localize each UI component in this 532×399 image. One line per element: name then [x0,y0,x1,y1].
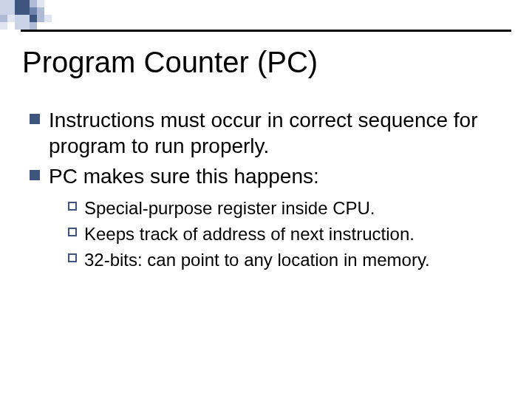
text-run: register inside CPU. [212,198,375,218]
deco-square [7,15,15,22]
hollow-square-bullet-icon [68,228,77,236]
text-run: Keeps track of [84,224,202,244]
text-emphasis: correct sequence [289,109,448,132]
text-emphasis: Special-purpose [84,198,212,218]
deco-square [44,15,52,22]
text-run: . [409,224,415,244]
slide-title: Program Counter (PC) [22,46,318,79]
deco-square [37,0,44,7]
sub-bullet-group: Special-purpose register inside CPU. Kee… [68,197,502,272]
square-bullet-icon [30,114,40,124]
deco-square [30,15,37,22]
text-emphasis: 32-bits: [84,250,143,270]
text-run: can point to any location in memory. [143,250,430,270]
hollow-square-bullet-icon [68,202,77,211]
deco-square [0,22,7,30]
deco-square [37,7,44,15]
bullet-text: Keeps track of address of next instructi… [84,222,415,245]
deco-square [15,0,30,15]
text-emphasis: address of next instruction [202,224,409,244]
slide: Program Counter (PC) Instructions must o… [0,0,532,399]
slide-body: Instructions must occur in correct seque… [30,107,502,275]
corner-decoration [0,0,103,30]
deco-square [0,15,7,22]
bullet-text: Instructions must occur in correct seque… [49,107,502,159]
deco-square [30,0,37,7]
deco-square [15,15,30,30]
text-run: Instructions must occur in [49,109,289,132]
deco-square [37,15,44,22]
title-rule [21,30,511,32]
hollow-square-bullet-icon [68,253,77,262]
bullet-text: Special-purpose register inside CPU. [84,197,375,219]
bullet-level2: 32-bits: can point to any location in me… [68,248,502,271]
bullet-level2: Keeps track of address of next instructi… [68,222,502,245]
bullet-level1: Instructions must occur in correct seque… [30,107,502,159]
deco-square [30,22,37,30]
bullet-level1: PC makes sure this happens: [30,163,502,189]
bullet-text: 32-bits: can point to any location in me… [84,248,430,271]
deco-square [30,7,37,15]
bullet-text: PC makes sure this happens: [49,163,319,189]
square-bullet-icon [30,170,40,180]
deco-square [0,0,15,15]
bullet-level2: Special-purpose register inside CPU. [68,197,502,219]
